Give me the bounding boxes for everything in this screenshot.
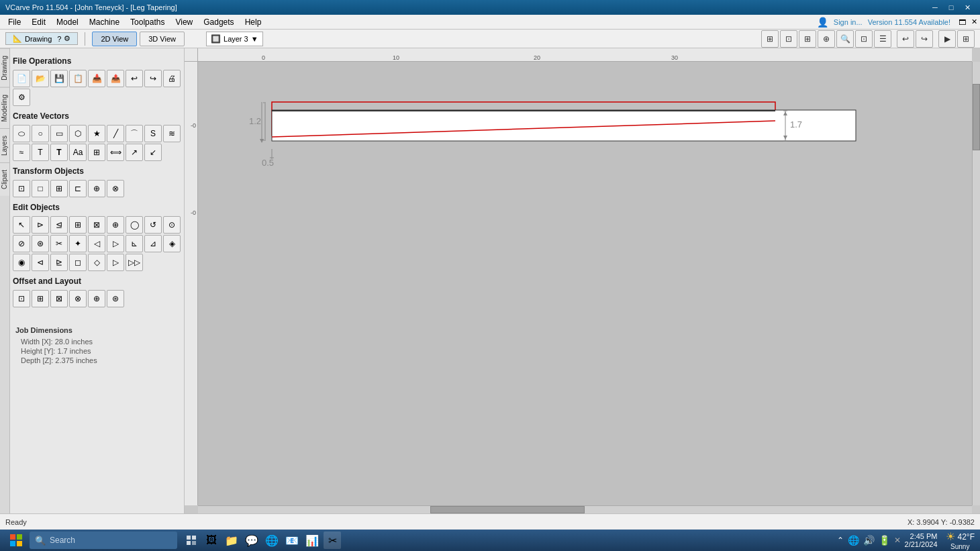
print-button[interactable]: 🖨 (163, 70, 181, 87)
save-file-button[interactable]: 💾 (50, 70, 68, 87)
merge-button[interactable]: ⊠ (50, 290, 68, 307)
settings-icon[interactable]: ⚙ (64, 34, 70, 43)
import-button[interactable]: 📥 (88, 70, 105, 87)
menu-machine[interactable]: Machine (84, 15, 125, 30)
diamond-button[interactable]: ◇ (88, 254, 105, 271)
undo-toolbar-button[interactable]: ↩ (897, 30, 914, 48)
join-button[interactable]: ⊛ (32, 235, 49, 252)
draw-text-button[interactable]: T (32, 144, 49, 161)
scroll-horizontal-thumb[interactable] (430, 506, 585, 513)
menu-gadgets[interactable]: Gadgets (198, 15, 239, 30)
snap-to-vectors-button[interactable]: ⊕ (818, 30, 835, 48)
check2-button[interactable]: ⊿ (144, 235, 162, 252)
help-icon[interactable]: ? (57, 35, 61, 43)
scroll-vertical-thumb[interactable] (973, 84, 980, 150)
menu-edit[interactable]: Edit (26, 15, 51, 30)
offset-close-button[interactable]: ✦ (69, 235, 87, 252)
volume-icon[interactable]: 🔊 (863, 535, 875, 546)
menu-model[interactable]: Model (51, 15, 84, 30)
redo-toolbar-button[interactable]: ↪ (916, 30, 933, 48)
powerpoint-button[interactable]: 📊 (303, 532, 321, 549)
scale-button[interactable]: □ (32, 180, 49, 197)
boolean-intersect-button[interactable]: ⊕ (107, 216, 124, 234)
snap-toggle-button[interactable]: ⊡ (780, 30, 797, 48)
drawing-canvas[interactable]: 1.2 1.7 0.5 (198, 62, 972, 505)
offset-button[interactable]: ⊡ (13, 290, 30, 307)
scroll-vertical[interactable] (972, 62, 980, 505)
check-button[interactable]: ⊾ (126, 235, 143, 252)
scroll-horizontal[interactable] (198, 505, 972, 513)
draw-extra-button[interactable]: ↙ (144, 144, 162, 161)
open-file-button[interactable]: 📂 (32, 70, 49, 87)
rect-sel-button[interactable]: ◻ (69, 254, 87, 271)
teams-button[interactable]: 💬 (243, 532, 260, 549)
contour-button[interactable]: ⊴ (50, 216, 68, 234)
select-button[interactable]: ↖ (13, 216, 30, 234)
trim-button[interactable]: ⊙ (163, 216, 181, 234)
unwrap-button[interactable]: ⊲ (32, 254, 49, 271)
draw-line-button[interactable]: ╱ (107, 125, 124, 142)
node-edit-button[interactable]: ⊳ (32, 216, 49, 234)
sidebar-tab-drawing[interactable]: Drawing (0, 48, 9, 87)
taskbar-search-area[interactable]: 🔍 Search (30, 532, 177, 549)
draw-rectangle-button[interactable]: ▭ (50, 125, 68, 142)
reverse-button[interactable]: ▷ (107, 235, 124, 252)
view-3d-button[interactable]: 3D View (140, 32, 185, 46)
chamfer-button[interactable]: ↺ (144, 216, 162, 234)
task-view-button[interactable] (183, 532, 200, 549)
group-button[interactable]: ⊗ (107, 180, 124, 197)
zoom-in-button[interactable]: 🔍 (836, 30, 854, 48)
network-icon[interactable]: 🌐 (848, 535, 859, 546)
draw-dimension-button[interactable]: ⟺ (107, 144, 124, 161)
menu-toolpaths[interactable]: Toolpaths (125, 15, 170, 30)
array-button[interactable]: ⊞ (32, 290, 49, 307)
draw-text-bold-button[interactable]: T (50, 144, 68, 161)
sign-in-link[interactable]: Sign in... (834, 18, 863, 26)
nesting-button[interactable]: ◉ (13, 254, 30, 271)
draw-circle-button[interactable]: ○ (32, 125, 49, 142)
draw-pointer-button[interactable]: ↗ (126, 144, 143, 161)
double-caret-button[interactable]: ▷▷ (126, 254, 143, 271)
view-options-button[interactable]: ☰ (874, 30, 891, 48)
draw-star-button[interactable]: ★ (88, 125, 105, 142)
draw-text-curve-button[interactable]: Aa (69, 144, 87, 161)
grid-settings-button[interactable]: ⊞ (799, 30, 816, 48)
boolean-subtract-button[interactable]: ⊠ (88, 216, 105, 234)
align-button[interactable]: ⊕ (88, 180, 105, 197)
maximize-button[interactable]: □ (944, 2, 959, 13)
mail-button[interactable]: 📧 (283, 532, 301, 549)
settings-button[interactable]: ⚙ (13, 89, 30, 106)
gallery-button[interactable]: 🖼 (203, 532, 220, 549)
export-button[interactable]: 📤 (107, 70, 124, 87)
draw-node-button[interactable]: ⊞ (88, 144, 105, 161)
sidebar-tab-modeling[interactable]: Modeling (0, 87, 9, 129)
menu-file[interactable]: File (3, 15, 26, 30)
draw-bezier-button[interactable]: S (144, 125, 162, 142)
menu-view[interactable]: View (170, 15, 198, 30)
draw-freehand-button[interactable]: ≋ (163, 125, 181, 142)
draw-wave-button[interactable]: ≈ (13, 144, 30, 161)
toolpath-1-button[interactable]: ▶ (938, 30, 956, 48)
weather-widget[interactable]: ☀ 42°F Sunny (946, 530, 975, 550)
draw-arc-button[interactable]: ⌒ (126, 125, 143, 142)
boolean-union-button[interactable]: ⊞ (69, 216, 87, 234)
vcarve-button[interactable]: ✂ (324, 532, 341, 549)
menu-help[interactable]: Help (240, 15, 267, 30)
system-clock[interactable]: 2:45 PM 2/21/2024 (905, 532, 938, 548)
layer-selector[interactable]: 🔲 Layer 3 ▼ (206, 32, 263, 46)
draw-ellipse-button[interactable]: ⬭ (13, 125, 30, 142)
canvas-area[interactable]: 0 10 20 30 -0 -0 1.2 (185, 48, 980, 513)
sidebar-tab-clipart[interactable]: Clipart (0, 162, 9, 196)
view-2d-button[interactable]: 2D View (92, 32, 137, 46)
caret-button[interactable]: ▷ (107, 254, 124, 271)
undo-button[interactable]: ↩ (126, 70, 143, 87)
draw-polygon-button[interactable]: ⬡ (69, 125, 87, 142)
mirror-button[interactable]: ⊏ (69, 180, 87, 197)
fillet-button[interactable]: ◯ (126, 216, 143, 234)
edge-button[interactable]: 🌐 (263, 532, 281, 549)
close-menu-icon[interactable]: ✕ (971, 17, 977, 26)
chevron-up-icon[interactable]: ⌃ (837, 536, 844, 545)
edit-extra-button[interactable]: ⊵ (50, 254, 68, 271)
maximize-icon[interactable]: 🗖 (959, 18, 966, 26)
start-button[interactable] (5, 531, 27, 550)
